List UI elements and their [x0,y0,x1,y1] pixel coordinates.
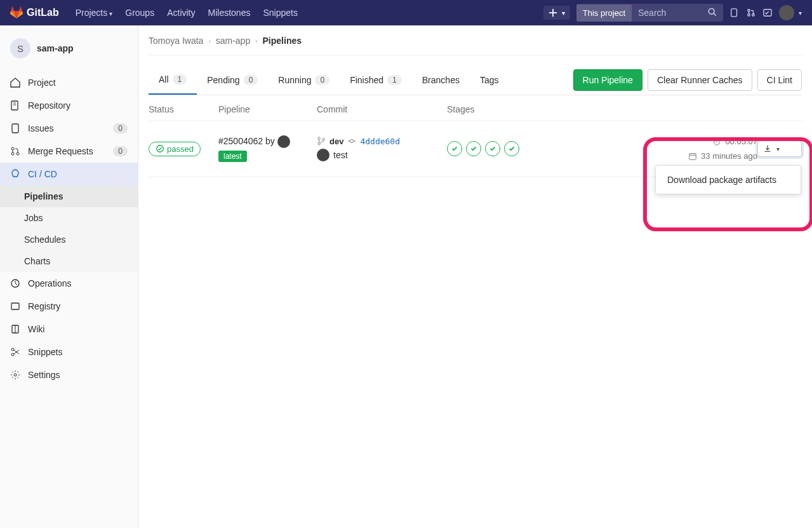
rocket-icon [10,169,20,179]
svg-point-15 [11,353,14,356]
project-header[interactable]: S sam-app [0,32,138,65]
sub-schedules[interactable]: Schedules [0,229,138,250]
tab-all[interactable]: All1 [149,65,197,95]
nav-activity[interactable]: Activity [161,8,201,18]
repository-icon [10,100,20,111]
user-avatar [779,5,794,20]
sidebar: S sam-app Project Repository Issues0 Mer… [0,25,138,528]
svg-point-14 [11,348,14,351]
svg-point-8 [11,147,14,150]
todos-icon[interactable] [762,8,773,18]
svg-point-20 [323,139,325,141]
stage-icon[interactable] [504,141,519,156]
sidebar-item-settings[interactable]: Settings [0,363,138,386]
svg-rect-1 [731,9,737,17]
tab-tags[interactable]: Tags [470,65,509,95]
commit-sha[interactable]: 4ddde60d [360,137,400,146]
breadcrumb: Tomoya Iwata › sam-app › Pipelines [149,36,802,55]
svg-point-19 [318,143,321,146]
download-package-item[interactable]: Download package artifacts [660,170,797,190]
nav-projects[interactable]: Projects▾ [69,8,119,18]
stopwatch-icon [712,137,721,146]
merge-icon [10,146,20,156]
chevron-right-icon: › [255,37,257,44]
calendar-icon [688,152,697,161]
chevron-right-icon: › [208,37,210,44]
tab-running[interactable]: Running0 [268,65,340,95]
breadcrumb-owner[interactable]: Tomoya Iwata [149,36,203,46]
registry-icon [10,301,20,311]
sub-charts[interactable]: Charts [0,250,138,272]
search-container: This project [576,4,723,22]
commit-icon [347,137,356,146]
sidebar-item-repository[interactable]: Repository [0,94,138,117]
pipeline-id[interactable]: #25004062 [218,136,263,146]
sidebar-item-operations[interactable]: Operations [0,272,138,295]
nav-snippets[interactable]: Snippets [256,8,303,18]
pipeline-row: passed #25004062 by latest dev 4ddde60d [149,121,802,177]
gear-icon [10,370,20,380]
issues-count: 0 [113,123,128,133]
ci-lint-button[interactable]: CI Lint [757,69,802,91]
download-artifacts-button[interactable]: ▾ Download package artifacts [757,140,802,157]
sidebar-item-mr[interactable]: Merge Requests0 [0,140,138,163]
search-input[interactable] [632,4,702,22]
operations-icon [10,278,20,288]
main-content: Tomoya Iwata › sam-app › Pipelines All1 … [138,25,812,528]
commit-author-avatar[interactable] [317,149,329,161]
sub-jobs[interactable]: Jobs [0,207,138,229]
sub-pipelines[interactable]: Pipelines [0,186,138,207]
issues-icon [10,123,20,133]
col-status: Status [149,104,218,114]
commit-message[interactable]: test [333,150,348,160]
plus-icon [549,8,557,17]
issues-icon[interactable] [729,8,740,18]
sidebar-item-cicd[interactable]: CI / CD [0,163,138,186]
tab-branches[interactable]: Branches [412,65,470,95]
sidebar-item-issues[interactable]: Issues0 [0,117,138,140]
svg-point-0 [709,8,714,14]
svg-point-18 [318,137,321,140]
time-info: 00:05:07 33 minutes ago [649,134,757,164]
project-name: sam-app [37,43,74,53]
download-icon [763,144,772,153]
clear-caches-button[interactable]: Clear Runner Caches [648,69,752,91]
search-icon[interactable] [702,8,723,18]
stage-icon[interactable] [485,141,500,156]
col-stages: Stages [447,104,649,114]
stage-icon[interactable] [447,141,462,156]
new-menu-button[interactable]: ▾ [543,6,570,20]
latest-badge: latest [218,151,247,162]
branch-name[interactable]: dev [329,137,343,146]
svg-point-10 [17,152,19,155]
nav-milestones[interactable]: Milestones [202,8,257,18]
search-scope[interactable]: This project [576,4,632,22]
breadcrumb-page: Pipelines [263,36,302,46]
scissors-icon [10,347,20,357]
sidebar-item-snippets[interactable]: Snippets [0,341,138,363]
gitlab-logo[interactable]: GitLab [10,6,59,19]
author-avatar[interactable] [277,135,290,148]
svg-point-21 [350,140,354,143]
topnav-right: ▾ This project ▾ [543,4,802,22]
branch-icon [317,137,326,146]
chevron-down-icon: ▾ [776,146,780,152]
tabs-row: All1 Pending0 Running0 Finished1 Branche… [149,60,802,95]
brand-text: GitLab [27,7,59,18]
tab-finished[interactable]: Finished1 [340,65,412,95]
svg-point-2 [748,10,750,12]
user-menu[interactable]: ▾ [779,5,802,20]
tab-pending[interactable]: Pending0 [197,65,268,95]
breadcrumb-project[interactable]: sam-app [216,36,250,46]
run-pipeline-button[interactable]: Run Pipeline [573,69,642,91]
nav-groups[interactable]: Groups [119,8,161,18]
svg-rect-12 [11,303,19,309]
stage-icon[interactable] [466,141,481,156]
sidebar-item-wiki[interactable]: Wiki [0,318,138,341]
merge-requests-icon[interactable] [746,8,756,18]
project-avatar: S [10,38,30,58]
sidebar-item-project[interactable]: Project [0,71,138,94]
sidebar-item-registry[interactable]: Registry [0,295,138,318]
status-badge[interactable]: passed [149,142,201,156]
chevron-down-icon: ▾ [109,10,112,17]
